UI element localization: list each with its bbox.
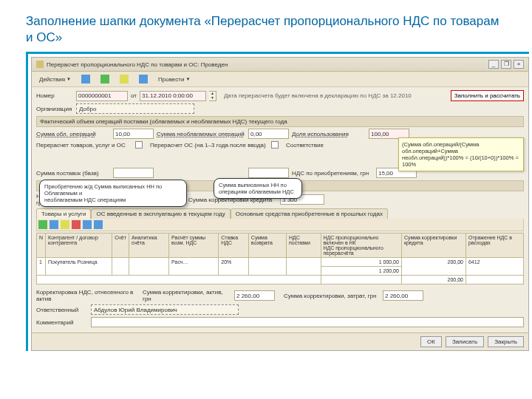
nontax-sum-label: Сумма необлагаемых операций xyxy=(157,131,245,137)
date-note: Дата перерасчета будет включена в деклар… xyxy=(224,92,448,99)
recalc-goods-check[interactable] xyxy=(135,141,143,149)
supply-base-input-2[interactable] xyxy=(248,168,289,178)
page-title: Заполнение шапки документа «Перерасчет п… xyxy=(0,0,532,52)
tabs: Товары и услуги ОС введенные в эксплуата… xyxy=(36,208,524,219)
section-volume: Фактический объем операций поставки (обл… xyxy=(36,116,524,127)
org-input[interactable]: Добро xyxy=(76,103,194,114)
share-tooltip: (Сумма обл.операций/(Сумма обл.операций+… xyxy=(398,137,524,171)
col-vat-rate[interactable]: Ставка НДС xyxy=(219,233,249,258)
col-analytics[interactable]: Аналитика счёта xyxy=(129,233,168,258)
grid-toolbar xyxy=(36,219,524,231)
col-vat-prop[interactable]: НДС пропорционально включен в НК НДС про… xyxy=(321,233,401,258)
callout-purchase: Приобретению ж/д Сумма выписанных НН по … xyxy=(39,180,187,207)
callout-nn-sum: Сумма выписанных НН пооперациям облагаем… xyxy=(214,178,302,199)
comment-label: Комментарий xyxy=(36,319,88,326)
col-refund-calc[interactable]: Расчёт суммы возм. НДС xyxy=(169,233,219,258)
close-button[interactable]: × xyxy=(514,60,524,69)
recalc-os-label: Перерасчет ОС (на 1–3 года после ввода) xyxy=(150,142,268,149)
tab-os-current[interactable]: ОС введенные в эксплуатацию в текущем го… xyxy=(91,208,230,219)
nontax-sum-input[interactable]: 0,00 xyxy=(248,129,289,139)
number-input[interactable]: 0000000001 xyxy=(76,91,128,101)
toolbar-icon-3[interactable] xyxy=(117,74,132,84)
fill-calc-button[interactable]: Заполнить и рассчитать xyxy=(451,90,524,101)
tab-os-prev[interactable]: Основные средства приобретенные в прошлы… xyxy=(231,208,388,219)
edit-row-icon[interactable] xyxy=(61,220,69,229)
adj-asset-sum-input[interactable]: 2 260,00 xyxy=(234,290,275,301)
table-row[interactable]: 1 Покупатель Розница Расч… 20% 1 000,00 … xyxy=(37,258,524,267)
move-up-icon[interactable] xyxy=(83,220,92,229)
taxable-sum-label: Сумма обл. операций xyxy=(36,131,110,137)
maximize-button[interactable]: ❐ xyxy=(501,60,511,69)
tab-goods[interactable]: Товары и услуги xyxy=(36,208,91,219)
ok-button[interactable]: ОК xyxy=(420,336,442,347)
toolbar-icon-2[interactable] xyxy=(98,74,112,84)
adj-asset-label: Корректировка НДС, отнесенного в актив xyxy=(36,289,140,302)
save-button[interactable]: Записать xyxy=(446,336,484,347)
footer: ОК Записать Закрыть xyxy=(32,332,528,350)
vat-purch-label: НДС по приобретениям, грн xyxy=(292,170,373,177)
move-down-icon[interactable] xyxy=(94,220,103,229)
toolbar-icon-1[interactable] xyxy=(78,74,93,84)
minimize-button[interactable]: _ xyxy=(488,60,499,69)
gear-icon xyxy=(120,75,129,83)
copy-row-icon[interactable] xyxy=(50,220,58,229)
window-title: Перерасчет пропорционального НДС по това… xyxy=(47,61,488,68)
disk-icon xyxy=(81,75,90,83)
check-icon xyxy=(100,75,109,83)
footer-close-button[interactable]: Закрыть xyxy=(488,336,524,347)
number-label: Номер xyxy=(36,92,73,99)
app-icon xyxy=(36,61,44,68)
date-input[interactable]: 31.12.2010 0:00:00 xyxy=(140,91,206,101)
actions-menu[interactable]: Действия▼ xyxy=(36,74,74,84)
date-spinner[interactable]: ▲▼ xyxy=(209,91,216,101)
supply-base-input-1[interactable] xyxy=(113,168,154,178)
adj-asset-sum-label: Сумма корректировки, актив, грн xyxy=(143,289,231,302)
share-label: Доля использования xyxy=(292,131,366,137)
toolbar-icon-4[interactable] xyxy=(136,74,151,84)
adj-cost-sum-label: Сумма корректировки, затрат, грн xyxy=(284,293,380,299)
date-label: от xyxy=(131,92,137,99)
delete-row-icon[interactable] xyxy=(72,220,81,229)
adj-cost-sum-input[interactable]: 2 260,00 xyxy=(383,290,423,301)
supply-base-label: Сумма поставок (база) xyxy=(36,170,110,177)
col-contractor[interactable]: Контрагент / договор контрагента xyxy=(46,233,112,258)
comment-input[interactable] xyxy=(91,317,524,327)
col-refund-sum[interactable]: Сумма возврата xyxy=(248,233,286,258)
data-table: N Контрагент / договор контрагента Счёт … xyxy=(36,233,524,284)
col-credit-adj[interactable]: Сумма корректировки кредита xyxy=(401,233,466,258)
taxable-sum-input[interactable]: 10,00 xyxy=(113,129,154,139)
app-window: Перерасчет пропорционального НДС по това… xyxy=(31,57,529,351)
correspond-label: Соответствие xyxy=(286,142,324,149)
recalc-os-check[interactable] xyxy=(271,141,279,149)
org-label: Организация xyxy=(36,106,73,112)
table-total-row: 200,00 xyxy=(37,276,524,284)
col-vat-supply[interactable]: НДС поставки xyxy=(286,233,321,258)
col-n[interactable]: N xyxy=(37,233,46,258)
report-icon xyxy=(139,75,148,83)
responsible-label: Ответственный xyxy=(36,307,88,313)
col-vat-expense[interactable]: Отражение НДС в расходах xyxy=(466,233,523,258)
toolbar: Действия▼ Провести▼ xyxy=(32,72,528,87)
post-menu[interactable]: Провести▼ xyxy=(155,74,193,84)
titlebar: Перерасчет пропорционального НДС по това… xyxy=(32,58,528,72)
recalc-goods-label: Перерасчет товаров, услуг и ОС xyxy=(36,142,132,149)
col-account[interactable]: Счёт xyxy=(112,233,129,258)
responsible-input[interactable]: Абдулов Юрий Владимирович xyxy=(91,304,239,315)
add-row-icon[interactable] xyxy=(38,220,47,229)
